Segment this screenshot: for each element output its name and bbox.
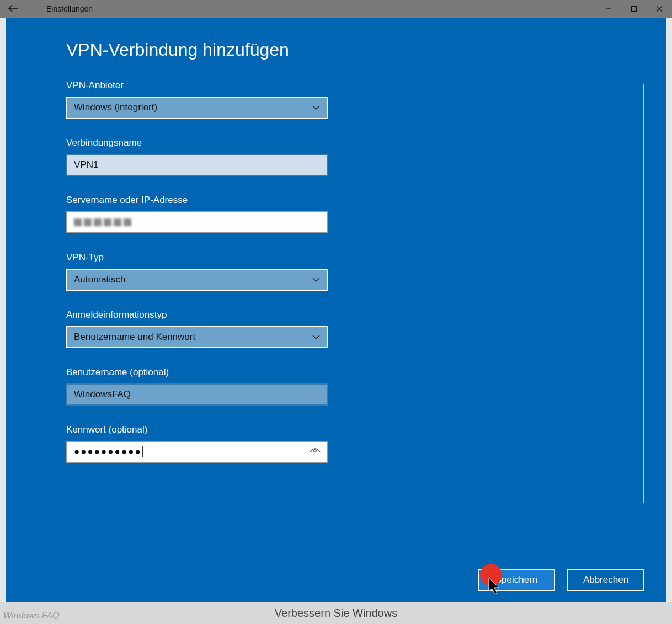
field-password: Kennwort (optional) ●●●●●●●●●● xyxy=(66,424,606,463)
watermark: Windows-FAQ xyxy=(3,611,60,621)
label-password: Kennwort (optional) xyxy=(66,424,606,435)
field-connection-name: Verbindungsname VPN1 xyxy=(66,137,606,176)
input-connection-name[interactable]: VPN1 xyxy=(66,154,328,176)
select-vpn-provider[interactable]: Windows (integriert) xyxy=(66,97,328,119)
chevron-down-icon xyxy=(312,103,320,112)
minimize-button[interactable] xyxy=(596,0,621,18)
select-value: Windows (integriert) xyxy=(74,102,157,113)
input-password[interactable]: ●●●●●●●●●● xyxy=(66,441,328,463)
label-connection-name: Verbindungsname xyxy=(66,137,606,148)
field-auth-type: Anmeldeinformationstyp Benutzername und … xyxy=(66,310,606,348)
label-vpn-provider: VPN-Anbieter xyxy=(66,80,606,91)
chevron-down-icon xyxy=(312,333,320,342)
mouse-cursor-icon xyxy=(488,577,502,598)
chevron-down-icon xyxy=(312,275,320,284)
select-value: Benutzername und Kennwort xyxy=(74,332,195,343)
dialog-buttons: Speichern Abbrechen xyxy=(478,569,644,591)
app-title: Einstellungen xyxy=(46,4,93,13)
label-vpn-type: VPN-Typ xyxy=(66,252,606,263)
label-username: Benutzername (optional) xyxy=(66,367,606,378)
select-value: Automatisch xyxy=(74,274,126,285)
cancel-button[interactable]: Abbrechen xyxy=(567,569,644,591)
input-username[interactable]: WindowsFAQ xyxy=(66,383,328,406)
back-icon[interactable] xyxy=(8,4,28,14)
field-server: Servername oder IP-Adresse xyxy=(66,195,606,233)
svg-rect-1 xyxy=(632,7,637,12)
svg-point-2 xyxy=(314,450,316,452)
reveal-password-icon[interactable] xyxy=(309,446,321,457)
dialog-heading: VPN-Verbindung hinzufügen xyxy=(66,40,606,60)
field-username: Benutzername (optional) WindowsFAQ xyxy=(66,367,606,406)
redacted-value xyxy=(74,218,131,226)
label-server: Servername oder IP-Adresse xyxy=(66,195,606,206)
select-vpn-type[interactable]: Automatisch xyxy=(66,269,328,291)
window-controls xyxy=(596,0,672,18)
input-value: VPN1 xyxy=(74,159,98,170)
field-vpn-type: VPN-Typ Automatisch xyxy=(66,252,606,291)
input-server[interactable] xyxy=(66,211,328,233)
password-dots: ●●●●●●●●●● xyxy=(74,446,142,457)
field-vpn-provider: VPN-Anbieter Windows (integriert) xyxy=(66,80,606,119)
select-auth-type[interactable]: Benutzername und Kennwort xyxy=(66,326,328,348)
close-button[interactable] xyxy=(647,0,672,18)
maximize-button[interactable] xyxy=(621,0,647,18)
label-auth-type: Anmeldeinformationstyp xyxy=(66,310,606,321)
titlebar: Einstellungen xyxy=(0,0,672,18)
vpn-dialog: VPN-Verbindung hinzufügen VPN-Anbieter W… xyxy=(6,18,666,602)
input-value: WindowsFAQ xyxy=(74,389,131,400)
background-window-text: Verbessern Sie Windows xyxy=(0,602,672,624)
text-cursor xyxy=(142,446,143,457)
scrollbar[interactable] xyxy=(643,84,644,503)
